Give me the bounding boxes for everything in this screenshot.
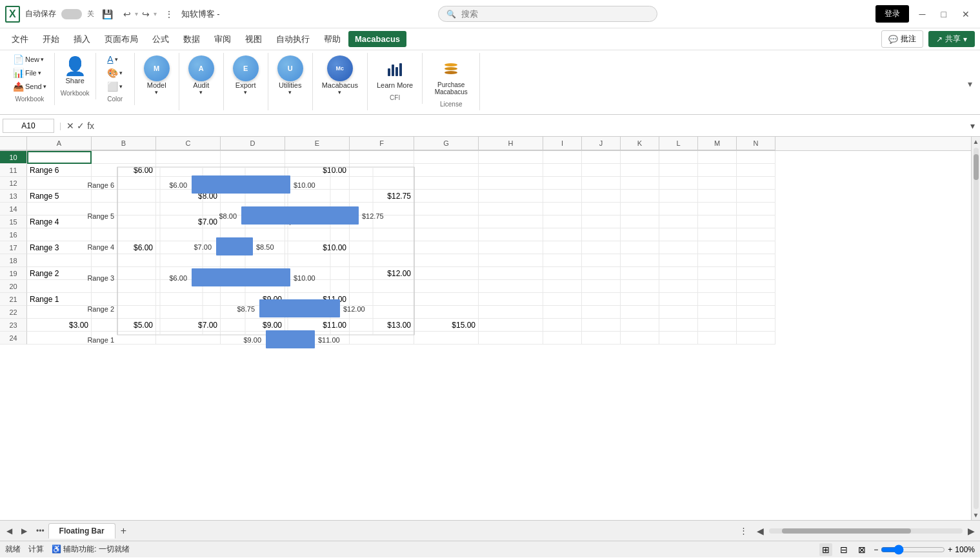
cell-F10[interactable] xyxy=(350,151,414,164)
page-layout-view-button[interactable]: ⊟ xyxy=(837,543,850,556)
cell-B22[interactable] xyxy=(92,306,156,319)
cell-H18[interactable] xyxy=(479,254,543,267)
cell-F17[interactable] xyxy=(350,241,414,254)
cell-C12[interactable] xyxy=(156,177,221,190)
normal-view-button[interactable]: ⊞ xyxy=(819,543,832,556)
cell-M12[interactable] xyxy=(698,177,737,190)
cell-D10[interactable] xyxy=(221,151,285,164)
cell-N21[interactable] xyxy=(737,293,775,306)
cell-H21[interactable] xyxy=(479,293,543,306)
cell-E22[interactable] xyxy=(285,306,350,319)
cell-G22[interactable] xyxy=(414,306,479,319)
cell-N15[interactable] xyxy=(737,215,775,228)
redo-dropdown[interactable]: ▾ xyxy=(154,10,157,17)
cell-G21[interactable] xyxy=(414,293,479,306)
cell-B24[interactable] xyxy=(92,332,156,345)
cell-A10[interactable] xyxy=(27,151,92,164)
cell-B16[interactable] xyxy=(92,228,156,241)
cell-C20[interactable] xyxy=(156,280,221,293)
cell-E16[interactable] xyxy=(285,228,350,241)
font-color-button[interactable]: A ▾ xyxy=(105,53,125,66)
cell-J19[interactable] xyxy=(582,267,621,280)
cell-A18[interactable] xyxy=(27,254,92,267)
cell-D17[interactable] xyxy=(221,241,285,254)
cell-E24[interactable] xyxy=(285,332,350,345)
share-ribbon-button[interactable]: 👤 Share xyxy=(60,53,90,87)
col-header-C[interactable]: C xyxy=(156,137,221,150)
cell-M11[interactable] xyxy=(698,164,737,177)
col-header-A[interactable]: A xyxy=(27,137,92,150)
cell-J11[interactable] xyxy=(582,164,621,177)
cell-E13[interactable] xyxy=(285,190,350,203)
cell-K23[interactable] xyxy=(621,319,659,332)
cell-N16[interactable] xyxy=(737,228,775,241)
col-header-D[interactable]: D xyxy=(221,137,285,150)
col-header-B[interactable]: B xyxy=(92,137,156,150)
login-button[interactable]: 登录 xyxy=(875,5,909,23)
cell-N14[interactable] xyxy=(737,203,775,215)
cell-N17[interactable] xyxy=(737,241,775,254)
minimize-button[interactable]: ─ xyxy=(914,8,931,21)
cell-L11[interactable] xyxy=(659,164,698,177)
cell-C22[interactable] xyxy=(156,306,221,319)
cell-K15[interactable] xyxy=(621,215,659,228)
export-button[interactable]: E Export ▾ xyxy=(229,53,263,98)
cell-E20[interactable] xyxy=(285,280,350,293)
cell-L12[interactable] xyxy=(659,177,698,190)
more-commands-icon[interactable]: ⋮ xyxy=(162,8,176,21)
comment-button[interactable]: 💬 批注 xyxy=(881,30,923,48)
file-button[interactable]: 📊 File ▾ xyxy=(10,66,49,79)
row-num-10[interactable]: 10 xyxy=(0,151,27,164)
formula-input[interactable] xyxy=(97,121,968,130)
cell-D24[interactable] xyxy=(221,332,285,345)
cell-B23[interactable]: $5.00 xyxy=(92,319,156,332)
add-sheet-button[interactable]: + xyxy=(115,523,132,539)
cell-C16[interactable] xyxy=(156,228,221,241)
cell-C10[interactable] xyxy=(156,151,221,164)
cell-K24[interactable] xyxy=(621,332,659,345)
cell-B10[interactable] xyxy=(92,151,156,164)
cell-L23[interactable] xyxy=(659,319,698,332)
cell-D21[interactable]: $9.00 xyxy=(221,293,285,306)
cell-K21[interactable] xyxy=(621,293,659,306)
zoom-slider[interactable] xyxy=(881,545,945,555)
col-header-I[interactable]: I xyxy=(543,137,582,150)
cell-M22[interactable] xyxy=(698,306,737,319)
cell-D14[interactable] xyxy=(221,203,285,215)
cell-N20[interactable] xyxy=(737,280,775,293)
cell-C19[interactable] xyxy=(156,267,221,280)
cell-D15[interactable] xyxy=(221,215,285,228)
cell-K11[interactable] xyxy=(621,164,659,177)
utilities-button[interactable]: U Utilities ▾ xyxy=(274,53,307,98)
cell-C18[interactable] xyxy=(156,254,221,267)
cell-L22[interactable] xyxy=(659,306,698,319)
menu-page-layout[interactable]: 页面布局 xyxy=(98,30,145,48)
cell-M16[interactable] xyxy=(698,228,737,241)
cell-E12[interactable] xyxy=(285,177,350,190)
cell-C17[interactable] xyxy=(156,241,221,254)
cell-I15[interactable] xyxy=(543,215,582,228)
row-num-12[interactable]: 12 xyxy=(0,177,27,190)
cell-A24[interactable] xyxy=(27,332,92,345)
cell-A12[interactable] xyxy=(27,177,92,190)
cell-K19[interactable] xyxy=(621,267,659,280)
cell-C23[interactable]: $7.00 xyxy=(156,319,221,332)
cell-G12[interactable] xyxy=(414,177,479,190)
cell-I14[interactable] xyxy=(543,203,582,215)
cell-F21[interactable] xyxy=(350,293,414,306)
cell-G18[interactable] xyxy=(414,254,479,267)
cell-A20[interactable] xyxy=(27,280,92,293)
cell-N19[interactable] xyxy=(737,267,775,280)
cell-L10[interactable] xyxy=(659,151,698,164)
row-num-13[interactable]: 13 xyxy=(0,190,27,203)
cell-E14[interactable] xyxy=(285,203,350,215)
cell-D16[interactable] xyxy=(221,228,285,241)
cell-G19[interactable] xyxy=(414,267,479,280)
menu-autorun[interactable]: 自动执行 xyxy=(270,30,316,48)
cell-F23[interactable]: $13.00 xyxy=(350,319,414,332)
save-icon[interactable]: 💾 xyxy=(99,8,115,21)
cell-F15[interactable] xyxy=(350,215,414,228)
col-header-L[interactable]: L xyxy=(659,137,698,150)
cell-E23[interactable]: $11.00 xyxy=(285,319,350,332)
scroll-left-icon[interactable]: ◀ xyxy=(754,525,766,537)
